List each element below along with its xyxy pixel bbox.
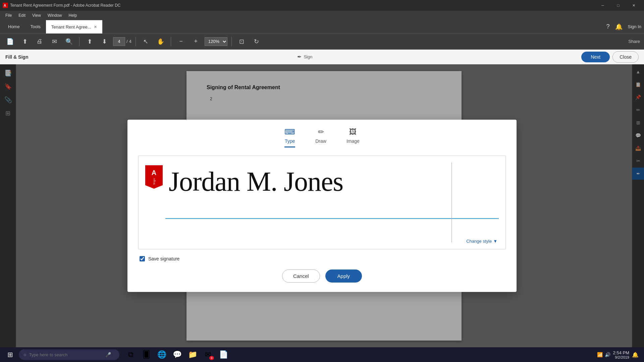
page-number-input[interactable] <box>113 37 125 46</box>
draw-tab-icon: ✏ <box>318 128 324 136</box>
zoom-in-btn[interactable]: + <box>190 36 202 48</box>
taskbar-search-input[interactable] <box>29 352 103 357</box>
toolbar: 📄 ⬆ 🖨 ✉ 🔍 ⬆ ⬇ / 4 ↖ ✋ − + 120% 100% 150%… <box>0 34 644 50</box>
save-signature-row: Save signature <box>140 256 506 261</box>
sig-bookmark-logo: A <box>152 169 156 177</box>
toolbar-separator-4 <box>231 37 232 46</box>
volume-icon[interactable]: 🔊 <box>605 352 610 357</box>
main-area: 📑 🔖 📎 ⊞ Signing of Rental Agreement 2 2 … <box>0 64 644 347</box>
apply-button[interactable]: Apply <box>325 269 362 283</box>
sign-label: Sign <box>304 54 312 59</box>
start-button[interactable]: ⊞ <box>3 347 17 362</box>
prev-page-btn[interactable]: ⬆ <box>84 36 96 48</box>
sign-icon: ✒ <box>297 54 302 60</box>
menu-view[interactable]: View <box>30 12 44 19</box>
minimize-button[interactable]: ─ <box>595 0 610 11</box>
tab-document[interactable]: Tenant Rent Agree... ✕ <box>46 20 102 34</box>
cancel-button[interactable]: Cancel <box>282 269 320 283</box>
taskbar-apps: ⧉ 🂠 🌐 💬 📁 ✉ 9 📄 <box>123 347 231 362</box>
search-btn[interactable]: 🔍 <box>63 36 75 48</box>
help-button[interactable]: ? <box>606 23 610 30</box>
toolbar-separator-1 <box>79 37 79 46</box>
tab-tools[interactable]: Tools <box>25 21 46 32</box>
sign-in-button[interactable]: Sign In <box>628 24 641 29</box>
taskbar-mail[interactable]: ✉ 9 <box>201 347 215 362</box>
tab-home[interactable]: Home <box>3 21 25 32</box>
clock-time: 2:54 PM <box>613 350 629 355</box>
acrobat-bookmark-icon: A Sign <box>145 165 163 189</box>
menu-file[interactable]: File <box>3 12 14 19</box>
save-signature-label: Save signature <box>148 256 179 261</box>
close-toolbar-button[interactable]: Close <box>612 51 639 63</box>
fit-page-btn[interactable]: ⊡ <box>236 36 248 48</box>
sig-bookmark-text: Sign <box>153 178 156 185</box>
menu-bar: File Edit View Window Help <box>0 11 644 20</box>
app-icon: A <box>3 3 8 8</box>
type-tab-icon: ⌨ <box>284 128 295 136</box>
image-tab-label: Image <box>346 138 360 144</box>
page-nav: / 4 <box>113 37 131 46</box>
system-tray-icons: 📶 🔊 <box>597 352 610 357</box>
taskbar-acrobat[interactable]: 📄 <box>216 347 231 362</box>
taskbar: ⊞ ○ 🎤 ⧉ 🂠 🌐 💬 📁 ✉ 9 📄 📶 🔊 2:54 PM 9/2/20… <box>0 347 644 362</box>
system-clock[interactable]: 2:54 PM 9/2/2019 <box>613 350 629 359</box>
dialog-button-row: Cancel Apply <box>138 269 506 283</box>
page-total: 4 <box>129 39 131 44</box>
zoom-select[interactable]: 120% 100% 150% <box>205 37 227 46</box>
print-btn[interactable]: 🖨 <box>34 36 46 48</box>
signature-text-display: Jordan M. Jones <box>169 166 343 197</box>
image-tab-icon: 🖼 <box>349 128 357 136</box>
title-bar: A Tenant Rent Agreement Form.pdf - Adobe… <box>0 0 644 11</box>
next-page-btn[interactable]: ⬇ <box>98 36 110 48</box>
change-style-button[interactable]: Change style ▼ <box>466 239 497 244</box>
toolbar-separator-3 <box>171 37 171 46</box>
save-signature-checkbox[interactable] <box>140 256 145 261</box>
tab-draw[interactable]: ✏ Draw <box>315 128 326 147</box>
taskbar-right: 📶 🔊 2:54 PM 9/2/2019 🔔 <box>597 350 641 359</box>
email-btn[interactable]: ✉ <box>48 36 60 48</box>
tab-type[interactable]: ⌨ Type <box>284 128 295 147</box>
signature-cursor-line <box>451 163 452 242</box>
taskbar-edge-browser[interactable]: 🌐 <box>154 347 169 362</box>
fill-sign-right: Next Close <box>581 51 639 63</box>
cursor-tool-btn[interactable]: ↖ <box>140 36 152 48</box>
clock-date: 9/2/2019 <box>613 355 629 359</box>
taskbar-cards-app[interactable]: 🂠 <box>139 347 154 362</box>
menu-edit[interactable]: Edit <box>16 12 28 19</box>
tab-bar-right: ? 🔔 Sign In <box>606 23 642 31</box>
menu-help[interactable]: Help <box>66 12 80 19</box>
menu-window[interactable]: Window <box>45 12 65 19</box>
upload-btn[interactable]: ⬆ <box>19 36 31 48</box>
sign-button[interactable]: ✒ Sign <box>297 54 312 60</box>
toolbar-separator-2 <box>136 37 136 46</box>
maximize-button[interactable]: □ <box>610 0 626 11</box>
taskbar-task-view[interactable]: ⧉ <box>123 347 138 362</box>
zoom-out-btn[interactable]: − <box>175 36 187 48</box>
microphone-icon[interactable]: 🎤 <box>105 352 111 357</box>
change-style-chevron: ▼ <box>493 239 497 244</box>
taskbar-search-box[interactable]: ○ 🎤 <box>19 349 119 360</box>
dialog-overlay: ⌨ Type ✏ Draw 🖼 Image A Sign <box>0 64 644 347</box>
window-controls: ─ □ ✕ <box>595 0 641 11</box>
windows-logo: ⊞ <box>7 351 13 359</box>
signature-area: A Sign Jordan M. Jones Change style ▼ <box>138 156 506 249</box>
rotate-btn[interactable]: ↻ <box>251 36 263 48</box>
hand-tool-btn[interactable]: ✋ <box>155 36 167 48</box>
next-button[interactable]: Next <box>581 52 610 62</box>
network-icon[interactable]: 📶 <box>597 352 603 357</box>
search-icon: ○ <box>23 352 26 357</box>
notification-icon[interactable]: 🔔 <box>615 23 623 31</box>
signature-dialog: ⌨ Type ✏ Draw 🖼 Image A Sign <box>127 120 517 292</box>
tab-close-btn[interactable]: ✕ <box>94 25 97 29</box>
draw-tab-label: Draw <box>315 138 326 144</box>
tab-image[interactable]: 🖼 Image <box>346 128 360 147</box>
notification-center-icon[interactable]: 🔔 <box>632 352 639 358</box>
change-style-label: Change style <box>466 239 492 244</box>
taskbar-skype[interactable]: 💬 <box>170 347 184 362</box>
window-title: Tenant Rent Agreement Form.pdf - Adobe A… <box>10 3 595 8</box>
taskbar-files[interactable]: 📁 <box>185 347 200 362</box>
svg-text:A: A <box>4 4 6 7</box>
close-button[interactable]: ✕ <box>626 0 641 11</box>
new-file-btn[interactable]: 📄 <box>4 36 16 48</box>
share-label: Share <box>628 39 640 44</box>
